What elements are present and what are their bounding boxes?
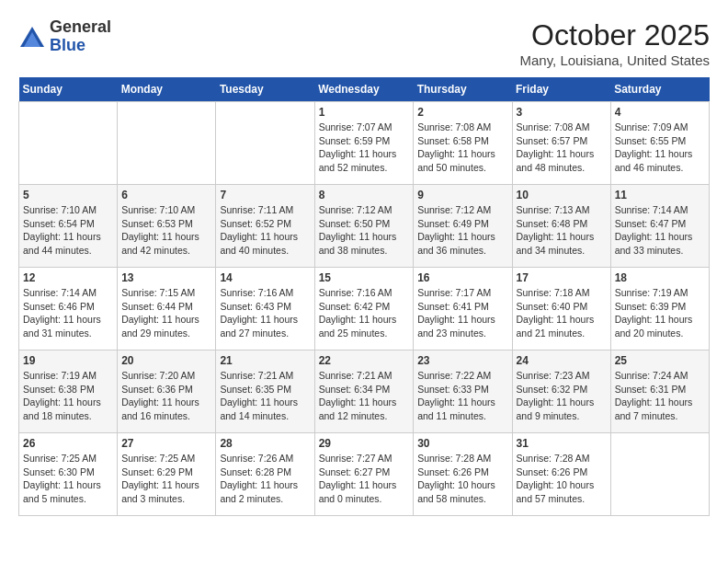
header-row: SundayMondayTuesdayWednesdayThursdayFrid… (19, 77, 710, 102)
day-number: 7 (220, 189, 310, 201)
day-info: Sunrise: 7:22 AMSunset: 6:33 PMDaylight:… (417, 369, 507, 423)
day-number: 23 (417, 354, 507, 367)
header-sunday: Sunday (19, 77, 118, 102)
day-cell: 6Sunrise: 7:10 AMSunset: 6:53 PMDaylight… (118, 185, 216, 268)
calendar-body: 1Sunrise: 7:07 AMSunset: 6:59 PMDaylight… (19, 102, 710, 516)
day-cell: 7Sunrise: 7:11 AMSunset: 6:52 PMDaylight… (216, 185, 314, 268)
day-number: 11 (615, 189, 705, 201)
day-info: Sunrise: 7:21 AMSunset: 6:34 PMDaylight:… (319, 369, 410, 423)
day-info: Sunrise: 7:27 AMSunset: 6:27 PMDaylight:… (319, 452, 410, 506)
day-cell: 27Sunrise: 7:25 AMSunset: 6:29 PMDayligh… (118, 433, 216, 516)
day-number: 20 (121, 354, 211, 367)
day-number: 10 (517, 189, 607, 201)
day-info: Sunrise: 7:14 AMSunset: 6:47 PMDaylight:… (615, 203, 705, 258)
day-number: 12 (23, 271, 113, 284)
day-cell: 25Sunrise: 7:24 AMSunset: 6:31 PMDayligh… (610, 350, 709, 433)
day-number: 5 (23, 189, 113, 201)
day-info: Sunrise: 7:14 AMSunset: 6:46 PMDaylight:… (23, 286, 113, 340)
day-cell: 3Sunrise: 7:08 AMSunset: 6:57 PMDaylight… (512, 102, 610, 185)
calendar-header: SundayMondayTuesdayWednesdayThursdayFrid… (19, 77, 710, 102)
header-monday: Monday (118, 77, 216, 102)
page-header: General Blue October 2025 Many, Louisian… (18, 18, 710, 68)
day-cell: 18Sunrise: 7:19 AMSunset: 6:39 PMDayligh… (610, 268, 709, 350)
day-number: 22 (319, 354, 410, 367)
day-cell: 8Sunrise: 7:12 AMSunset: 6:50 PMDaylight… (314, 185, 414, 268)
day-cell (610, 433, 709, 516)
day-cell: 22Sunrise: 7:21 AMSunset: 6:34 PMDayligh… (314, 350, 414, 433)
day-cell (19, 102, 118, 185)
week-row-2: 5Sunrise: 7:10 AMSunset: 6:54 PMDaylight… (19, 185, 710, 268)
day-cell: 17Sunrise: 7:18 AMSunset: 6:40 PMDayligh… (512, 268, 610, 350)
day-cell: 24Sunrise: 7:23 AMSunset: 6:32 PMDayligh… (512, 350, 610, 433)
day-info: Sunrise: 7:08 AMSunset: 6:58 PMDaylight:… (417, 121, 507, 175)
day-cell: 1Sunrise: 7:07 AMSunset: 6:59 PMDaylight… (314, 102, 414, 185)
day-number: 28 (220, 437, 310, 450)
day-cell: 12Sunrise: 7:14 AMSunset: 6:46 PMDayligh… (19, 268, 118, 350)
header-friday: Friday (512, 77, 610, 102)
day-number: 8 (319, 189, 410, 201)
month-title: October 2025 (519, 18, 710, 52)
day-cell (118, 102, 216, 185)
day-cell: 30Sunrise: 7:28 AMSunset: 6:26 PMDayligh… (414, 433, 512, 516)
day-number: 27 (121, 437, 211, 450)
week-row-1: 1Sunrise: 7:07 AMSunset: 6:59 PMDaylight… (19, 102, 710, 185)
day-number: 31 (517, 437, 607, 450)
day-cell: 5Sunrise: 7:10 AMSunset: 6:54 PMDaylight… (19, 185, 118, 268)
day-cell: 31Sunrise: 7:28 AMSunset: 6:26 PMDayligh… (512, 433, 610, 516)
day-cell: 14Sunrise: 7:16 AMSunset: 6:43 PMDayligh… (216, 268, 314, 350)
day-info: Sunrise: 7:28 AMSunset: 6:26 PMDaylight:… (417, 452, 507, 506)
day-info: Sunrise: 7:16 AMSunset: 6:42 PMDaylight:… (319, 286, 410, 340)
header-wednesday: Wednesday (314, 77, 414, 102)
logo-text: General Blue (50, 18, 111, 55)
day-cell: 16Sunrise: 7:17 AMSunset: 6:41 PMDayligh… (414, 268, 512, 350)
day-info: Sunrise: 7:18 AMSunset: 6:40 PMDaylight:… (517, 286, 607, 340)
day-info: Sunrise: 7:21 AMSunset: 6:35 PMDaylight:… (220, 369, 310, 423)
day-info: Sunrise: 7:11 AMSunset: 6:52 PMDaylight:… (220, 203, 310, 258)
day-info: Sunrise: 7:13 AMSunset: 6:48 PMDaylight:… (517, 203, 607, 258)
day-number: 1 (319, 106, 410, 119)
day-info: Sunrise: 7:17 AMSunset: 6:41 PMDaylight:… (417, 286, 507, 340)
day-cell: 29Sunrise: 7:27 AMSunset: 6:27 PMDayligh… (314, 433, 414, 516)
day-number: 15 (319, 271, 410, 284)
day-number: 13 (121, 271, 211, 284)
logo-blue: Blue (50, 37, 111, 55)
day-info: Sunrise: 7:07 AMSunset: 6:59 PMDaylight:… (319, 121, 410, 175)
day-info: Sunrise: 7:23 AMSunset: 6:32 PMDaylight:… (517, 369, 607, 423)
day-number: 9 (417, 189, 507, 201)
day-cell: 2Sunrise: 7:08 AMSunset: 6:58 PMDaylight… (414, 102, 512, 185)
day-info: Sunrise: 7:25 AMSunset: 6:29 PMDaylight:… (121, 452, 211, 506)
day-info: Sunrise: 7:08 AMSunset: 6:57 PMDaylight:… (517, 121, 607, 175)
day-number: 25 (615, 354, 705, 367)
day-cell: 26Sunrise: 7:25 AMSunset: 6:30 PMDayligh… (19, 433, 118, 516)
day-cell: 15Sunrise: 7:16 AMSunset: 6:42 PMDayligh… (314, 268, 414, 350)
day-info: Sunrise: 7:12 AMSunset: 6:49 PMDaylight:… (417, 203, 507, 258)
day-cell (216, 102, 314, 185)
day-number: 3 (517, 106, 607, 119)
day-info: Sunrise: 7:20 AMSunset: 6:36 PMDaylight:… (121, 369, 211, 423)
header-saturday: Saturday (610, 77, 709, 102)
week-row-3: 12Sunrise: 7:14 AMSunset: 6:46 PMDayligh… (19, 268, 710, 350)
day-info: Sunrise: 7:15 AMSunset: 6:44 PMDaylight:… (121, 286, 211, 340)
day-info: Sunrise: 7:10 AMSunset: 6:54 PMDaylight:… (23, 203, 113, 258)
day-number: 18 (615, 271, 705, 284)
day-info: Sunrise: 7:26 AMSunset: 6:28 PMDaylight:… (220, 452, 310, 506)
day-number: 14 (220, 271, 310, 284)
day-cell: 13Sunrise: 7:15 AMSunset: 6:44 PMDayligh… (118, 268, 216, 350)
day-info: Sunrise: 7:16 AMSunset: 6:43 PMDaylight:… (220, 286, 310, 340)
day-info: Sunrise: 7:19 AMSunset: 6:39 PMDaylight:… (615, 286, 705, 340)
day-cell: 23Sunrise: 7:22 AMSunset: 6:33 PMDayligh… (414, 350, 512, 433)
calendar-table: SundayMondayTuesdayWednesdayThursdayFrid… (18, 77, 710, 516)
day-cell: 19Sunrise: 7:19 AMSunset: 6:38 PMDayligh… (19, 350, 118, 433)
title-block: October 2025 Many, Louisiana, United Sta… (519, 18, 710, 68)
day-info: Sunrise: 7:10 AMSunset: 6:53 PMDaylight:… (121, 203, 211, 258)
location: Many, Louisiana, United States (519, 52, 710, 68)
day-info: Sunrise: 7:25 AMSunset: 6:30 PMDaylight:… (23, 452, 113, 506)
day-info: Sunrise: 7:28 AMSunset: 6:26 PMDaylight:… (517, 452, 607, 506)
day-number: 19 (23, 354, 113, 367)
day-cell: 20Sunrise: 7:20 AMSunset: 6:36 PMDayligh… (118, 350, 216, 433)
week-row-5: 26Sunrise: 7:25 AMSunset: 6:30 PMDayligh… (19, 433, 710, 516)
logo: General Blue (18, 18, 111, 55)
header-thursday: Thursday (414, 77, 512, 102)
day-cell: 28Sunrise: 7:26 AMSunset: 6:28 PMDayligh… (216, 433, 314, 516)
day-info: Sunrise: 7:12 AMSunset: 6:50 PMDaylight:… (319, 203, 410, 258)
